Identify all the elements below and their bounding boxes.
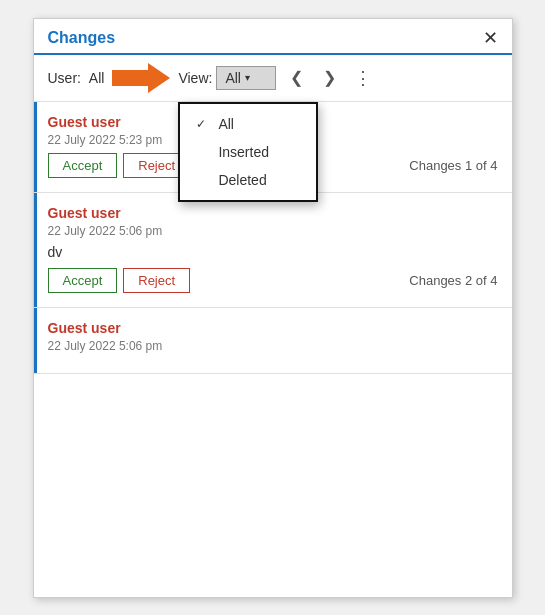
changes-count-2: Changes 2 of 4 xyxy=(409,273,497,288)
reject-button-2[interactable]: Reject xyxy=(123,268,190,293)
btn-group-1: Accept Reject xyxy=(48,153,191,178)
more-options-button[interactable]: ⋮ xyxy=(350,65,377,91)
dropdown-item-all[interactable]: ✓ All xyxy=(180,110,316,138)
svg-marker-0 xyxy=(112,63,170,93)
change-text-2: dv xyxy=(48,244,498,260)
btn-group-2: Accept Reject xyxy=(48,268,191,293)
arrow-icon xyxy=(112,63,170,93)
dropdown-item-deleted[interactable]: Deleted xyxy=(180,166,316,194)
accept-button-2[interactable]: Accept xyxy=(48,268,118,293)
change-user-2: Guest user xyxy=(48,205,498,221)
user-label: User: All xyxy=(48,70,105,86)
change-user-3: Guest user xyxy=(48,320,498,336)
dropdown-item-label: Inserted xyxy=(218,144,269,160)
change-card-3: Guest user 22 July 2022 5:06 pm xyxy=(34,308,512,374)
view-label: View: xyxy=(178,70,212,86)
checkmark-icon: ✓ xyxy=(196,117,210,131)
toolbar: User: All View: All ▾ ✓ All Inserted xyxy=(34,55,512,101)
view-dropdown: ✓ All Inserted Deleted xyxy=(178,102,318,202)
view-container: View: All ▾ ✓ All Inserted Deleted xyxy=(178,66,276,90)
dropdown-item-label: All xyxy=(218,116,234,132)
panel-title: Changes xyxy=(48,29,116,47)
view-current-value: All xyxy=(225,70,241,86)
change-card-2: Guest user 22 July 2022 5:06 pm dv Accep… xyxy=(34,193,512,308)
dropdown-item-label: Deleted xyxy=(218,172,266,188)
changes-count-1: Changes 1 of 4 xyxy=(409,158,497,173)
next-button[interactable]: ❯ xyxy=(317,66,342,89)
changes-panel: Changes ✕ User: All View: All ▾ ✓ All xyxy=(33,18,513,598)
change-date-2: 22 July 2022 5:06 pm xyxy=(48,224,498,238)
close-button[interactable]: ✕ xyxy=(483,29,498,47)
dropdown-item-inserted[interactable]: Inserted xyxy=(180,138,316,166)
change-footer-2: Accept Reject Changes 2 of 4 xyxy=(48,268,498,293)
accept-button-1[interactable]: Accept xyxy=(48,153,118,178)
prev-button[interactable]: ❮ xyxy=(284,66,309,89)
chevron-down-icon: ▾ xyxy=(245,72,250,83)
panel-header: Changes ✕ xyxy=(34,19,512,55)
change-date-3: 22 July 2022 5:06 pm xyxy=(48,339,498,353)
view-select-button[interactable]: All ▾ xyxy=(216,66,276,90)
